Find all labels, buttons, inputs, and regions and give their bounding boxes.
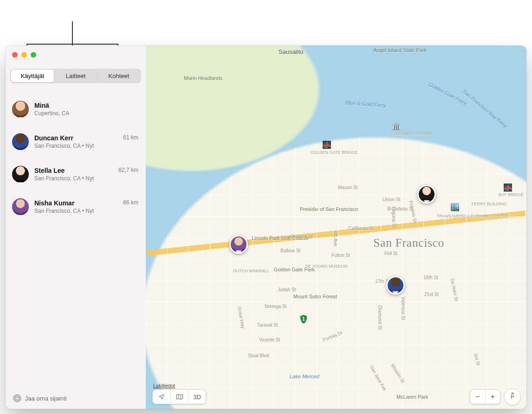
map-street: Valencia St (401, 297, 406, 320)
map-label: GOLDEN GATE BRIDGE (311, 150, 357, 155)
map-label: Golden Gate Park (274, 267, 306, 272)
tab-people[interactable]: Käyttäjät (11, 70, 54, 82)
person-name: Nisha Kumar (34, 199, 123, 207)
map-person-pin[interactable] (229, 235, 248, 254)
person-location: San Francisco, CA • Nyt (34, 175, 118, 182)
map-street: Sloat Blvd (248, 353, 269, 358)
person-distance: 66 km (123, 199, 138, 206)
hwy-1-shield-icon: 1 (299, 314, 308, 324)
map-label: Lincoln Park Golf Course (252, 235, 289, 241)
callout-annotation (72, 21, 73, 44)
people-list: Minä Cupertino, CA Duncan Kerr San Franc… (6, 96, 146, 388)
person-location: Cupertino, CA (34, 110, 138, 117)
person-location: San Francisco, CA • Nyt (34, 143, 123, 149)
compass-button[interactable]: P (504, 388, 521, 405)
avatar (419, 186, 435, 202)
share-location-button[interactable]: + Jaa oma sijainti (6, 388, 146, 409)
location-arrow-icon (158, 394, 165, 400)
alcatraz-icon: 🏛️ (392, 122, 401, 131)
map-street: 21st St (424, 292, 439, 297)
map-label: Sausalito (279, 48, 303, 55)
segmented-control: Käyttäjät Laitteet Kohteet (10, 69, 141, 83)
map-street: California St (348, 226, 373, 231)
map-street: Union St (383, 197, 400, 202)
map-mode-button[interactable] (170, 390, 188, 404)
zoom-in-button[interactable]: + (485, 390, 500, 404)
person-distance: 62,7 km (118, 167, 138, 173)
map-city-label: San Francisco (373, 236, 444, 250)
map-street: Fell St (384, 251, 397, 256)
person-distance: 61 km (123, 134, 138, 141)
avatar (12, 198, 29, 215)
map-mode-controls: 3D (152, 389, 206, 404)
map-label: McLaren Park (396, 394, 428, 400)
zoom-out-button[interactable]: − (470, 390, 485, 404)
map-street: Fulton St (331, 253, 350, 258)
map-label: Angel Island State Park (373, 47, 427, 53)
locate-me-button[interactable] (153, 390, 170, 404)
sidebar: Käyttäjät Laitteet Kohteet Minä Cupertin… (6, 46, 146, 409)
map-person-pin[interactable] (386, 276, 405, 295)
person-name: Minä (34, 102, 138, 109)
list-item[interactable]: Duncan Kerr San Francisco, CA • Nyt 61 k… (6, 129, 146, 155)
avatar (12, 101, 29, 118)
map-canvas[interactable]: Blue & Gold Ferry Golden Gate Ferry San … (146, 46, 526, 409)
map-label: DUTCH WINDMILL (233, 269, 261, 273)
window-traffic-lights (12, 52, 36, 58)
map-street: Taraval St (257, 322, 278, 328)
map-street: Diamond St (377, 305, 383, 329)
bridge-icon: 🌉 (503, 183, 513, 192)
app-window: Käyttäjät Laitteet Kohteet Minä Cupertin… (6, 46, 526, 409)
share-location-label: Jaa oma sijainti (25, 395, 67, 402)
map-label: Marin Headlands (184, 75, 222, 81)
map-street: Clement St (290, 234, 312, 239)
list-item[interactable]: Minä Cupertino, CA (6, 96, 146, 122)
map-street: Vicente St (259, 337, 280, 342)
avatar (231, 237, 247, 252)
legal-link[interactable]: Lakitiedot (153, 383, 175, 388)
map-label: Mount Sutro Forest (293, 294, 337, 299)
person-name: Duncan Kerr (34, 134, 123, 142)
avatar (12, 166, 29, 183)
svg-text:1: 1 (302, 316, 305, 322)
map-icon (176, 394, 183, 400)
person-location: San Francisco, CA • Nyt (34, 208, 123, 214)
map-label: Lake Merced (290, 374, 319, 379)
person-name: Stella Lee (34, 167, 118, 174)
map-label: Presidio of San Francisco (300, 206, 337, 212)
map-street: Noriega St (265, 304, 286, 309)
bridge-icon: 🌉 (322, 140, 331, 149)
map-street: 8th Ave (333, 231, 338, 246)
avatar (388, 277, 403, 293)
close-icon[interactable] (12, 52, 18, 58)
fullscreen-icon[interactable] (31, 52, 36, 58)
list-item[interactable]: Stella Lee San Francisco, CA • Nyt 62,7 … (6, 161, 146, 187)
map-person-pin[interactable] (417, 185, 436, 204)
map-street: Mason St (338, 185, 357, 190)
list-item[interactable]: Nisha Kumar San Francisco, CA • Nyt 66 k… (6, 194, 146, 220)
map-label: FERRY BUILDING (472, 202, 500, 206)
map-label: DE YOUNG MUSEUM (305, 264, 333, 269)
map-label: BAY BRIDGE (499, 192, 524, 197)
map-street: Balboa St (280, 248, 300, 253)
zoom-controls: − + (470, 389, 500, 404)
pyramid-icon: 🏙️ (450, 203, 460, 211)
map-label: ALCATRAZ ISLAND (394, 131, 431, 136)
avatar (12, 133, 29, 150)
tab-devices[interactable]: Laitteet (54, 70, 97, 82)
map-street: Laguna St (391, 207, 396, 228)
map-3d-button[interactable]: 3D (188, 390, 206, 404)
map-label: TRANSAMERICA PYRAMID CENTER (437, 214, 481, 218)
plus-icon: + (13, 394, 21, 402)
minimize-icon[interactable] (21, 52, 27, 58)
compass-label: P (511, 394, 514, 400)
tab-items[interactable]: Kohteet (97, 70, 140, 82)
map-street: Judah St (278, 287, 296, 292)
map-street: 16th St (423, 275, 438, 280)
